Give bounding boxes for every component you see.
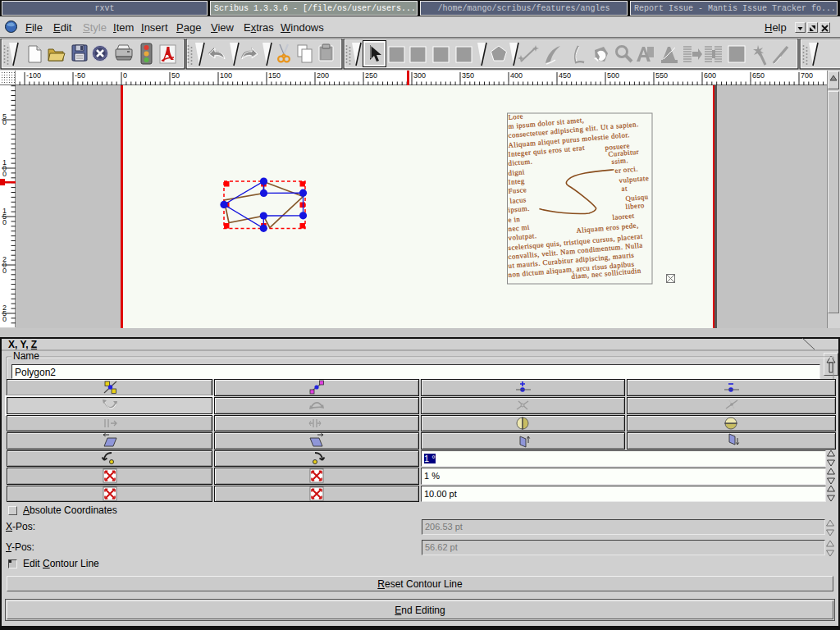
- svg-text:500: 500: [607, 71, 619, 80]
- svg-text:700: 700: [801, 71, 813, 80]
- svg-text:0: 0: [2, 218, 7, 226]
- svg-text:-100: -100: [26, 71, 41, 80]
- svg-text:650: 650: [752, 71, 765, 80]
- svg-text:250: 250: [365, 71, 377, 80]
- svg-text:100: 100: [220, 71, 232, 80]
- svg-text:0: 0: [2, 267, 7, 275]
- svg-text:-50: -50: [75, 71, 85, 80]
- svg-text:200: 200: [317, 71, 329, 80]
- svg-text:50: 50: [171, 71, 180, 80]
- svg-text:450: 450: [559, 71, 571, 80]
- svg-text:0: 0: [2, 315, 7, 323]
- svg-text:400: 400: [510, 71, 523, 80]
- svg-text:550: 550: [655, 71, 668, 80]
- svg-text:350: 350: [462, 71, 474, 80]
- svg-text:600: 600: [704, 71, 716, 80]
- svg-text:150: 150: [268, 71, 281, 80]
- svg-text:0: 0: [123, 71, 127, 80]
- svg-text:300: 300: [413, 71, 426, 80]
- svg-text:0: 0: [2, 170, 7, 178]
- svg-text:0: 0: [2, 118, 7, 126]
